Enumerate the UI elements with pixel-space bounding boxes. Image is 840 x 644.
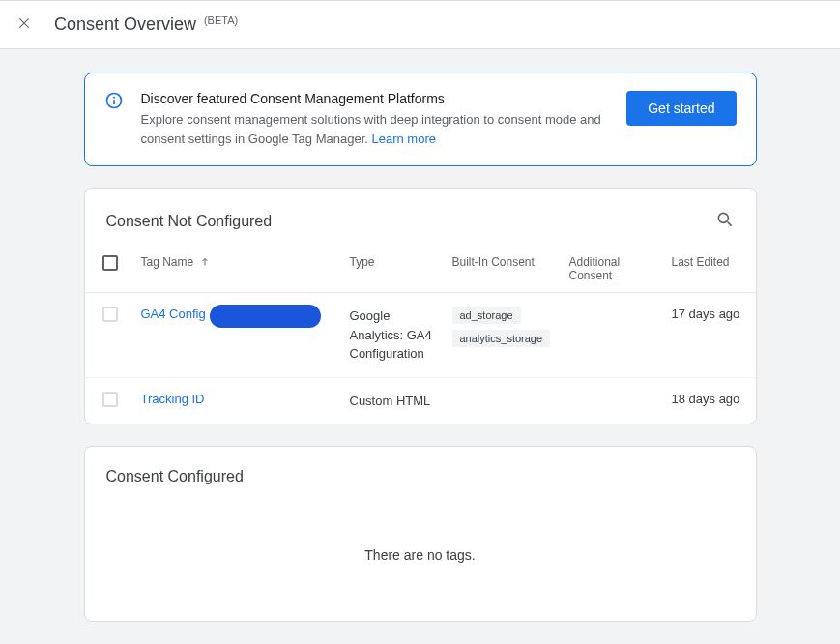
table-row[interactable]: GA4 Config Google Analytics: GA4 Configu…	[85, 293, 756, 378]
not-configured-title: Consent Not Configured	[106, 213, 273, 230]
get-started-button[interactable]: Get started	[626, 91, 736, 126]
beta-badge: (BETA)	[204, 15, 238, 26]
configured-title: Consent Configured	[106, 468, 244, 485]
table-header-row: Tag Name Type Built-In Consent Additiona…	[85, 246, 756, 293]
column-builtin[interactable]: Built-In Consent	[452, 255, 564, 269]
builtin-consent-chips: ad_storage analytics_storage	[452, 307, 564, 347]
cmp-banner: Discover featured Consent Management Pla…	[84, 73, 757, 166]
search-icon[interactable]	[715, 210, 735, 232]
svg-line-4	[727, 222, 731, 226]
svg-point-3	[718, 213, 728, 222]
sort-asc-icon	[199, 256, 211, 268]
svg-point-1	[113, 97, 115, 99]
table-row[interactable]: Tracking ID Custom HTML 18 days ago	[85, 378, 756, 424]
tag-name-link[interactable]: Tracking ID	[141, 392, 205, 406]
row-checkbox[interactable]	[102, 392, 118, 407]
consent-chip: ad_storage	[452, 307, 521, 324]
close-icon[interactable]	[17, 16, 31, 33]
last-edited: 17 days ago	[672, 307, 744, 321]
title-text: Consent Overview	[54, 15, 196, 34]
banner-title: Discover featured Consent Management Pla…	[141, 91, 610, 106]
learn-more-link[interactable]: Learn more	[371, 132, 435, 146]
tag-type: Custom HTML	[350, 392, 447, 411]
banner-description: Explore consent management solutions wit…	[141, 110, 610, 148]
tag-type: Google Analytics: GA4 Configuration	[350, 307, 447, 364]
row-checkbox[interactable]	[102, 307, 118, 322]
column-tag-name[interactable]: Tag Name	[141, 255, 344, 269]
not-configured-card: Consent Not Configured Tag Name Type Bui…	[84, 188, 757, 424]
consent-chip: analytics_storage	[452, 330, 551, 347]
redacted-blob	[210, 305, 321, 328]
topbar: Consent Overview (BETA)	[0, 0, 840, 49]
last-edited: 18 days ago	[672, 392, 744, 406]
column-additional[interactable]: Additional Consent	[569, 255, 666, 282]
select-all-checkbox[interactable]	[102, 255, 118, 271]
tag-name-link[interactable]: GA4 Config	[141, 307, 206, 321]
page-title: Consent Overview (BETA)	[54, 15, 238, 35]
configured-card: Consent Configured There are no tags.	[84, 446, 757, 622]
column-edited[interactable]: Last Edited	[672, 255, 744, 269]
info-icon	[104, 91, 124, 113]
column-type[interactable]: Type	[350, 255, 447, 269]
empty-state: There are no tags.	[85, 499, 756, 621]
svg-rect-2	[113, 100, 115, 104]
